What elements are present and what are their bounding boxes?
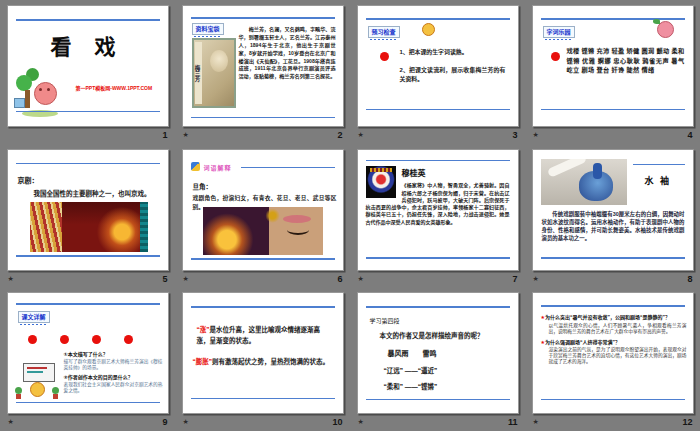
task-item-1: 1、把本课的生字词读熟。 [400,48,506,57]
transition-icon[interactable]: ★ [183,275,189,283]
divider-line [241,167,335,169]
biography-text: 梅兰芳，名澜，又名鹤鸣，字畹华、浣华，别署缀玉轩主人，艺名兰芳。江苏泰州人，18… [239,26,336,114]
slide-number: 9 [162,417,167,427]
notes-icon [191,162,200,171]
question-1: ①本文描写了什么？ [64,350,163,357]
divider-line [366,109,510,111]
slide-thumbnail-7[interactable]: 穆桂英 《杨家将》中人物，智勇双全，尤善骑射。因自招杨六郎之子杨宗保为婿，归于宋… [357,149,519,271]
divider-line [366,18,510,20]
vocabulary-list: 戏楼 铿锵 充沛 轻盈 矫健 圆润 颤动 柔和 铿锵 优雅 婀娜 忠心耿耿 鸦雀… [567,46,685,75]
slide-thumbnail-11[interactable]: 学习第四段 本文的作者又是怎样描绘声音的呢？ 暴风雨 雷鸣 “辽远” ——“逼近… [357,292,519,414]
slide-cell-7: 穆桂英 《杨家将》中人物，智勇双全，尤善骑射。因自招杨六郎之子杨宗保为婿，归于宋… [350,144,525,288]
slide-sorter-grid: 看 戏 第一PPT模板网-WWW.1PPT.COM ★ 1 资料宝袋 [0,0,700,431]
slide-thumbnail-5[interactable]: 京剧： 我国全国性的主要剧种之一，也叫京戏。 [7,149,169,271]
divider-line [541,109,685,111]
divider-line [16,163,160,165]
slide-thumbnail-6[interactable]: 词语解释 旦角： 戏剧角色，扮演妇女，有青衣、花旦、老旦、武旦等区别。 [182,149,344,271]
answer-2: 表现我们社会主义国家人民群众对京剧艺术的热爱之情。 [64,381,163,393]
question-2: ★为什么强调剧场“人挤得非常满”？ [541,338,687,345]
slide-cell-5: 京剧： 我国全国性的主要剧种之一，也叫京戏。 ★ 5 [0,144,175,288]
slide-number: 10 [332,417,342,427]
transition-icon[interactable]: ★ [533,131,539,139]
bullet-dot [380,52,389,61]
task-item-2: 2、把课文读流利，展示收集梅兰芳的有关资料。 [400,66,506,84]
bullet-dot [92,335,101,344]
section-tag: 课文详解 [18,311,50,323]
slide-thumbnail-3[interactable]: 预习检查 1、把本课的生字词读熟。 2、把课文读流利，展示收集梅兰芳的有关资料。 [357,5,519,127]
slide-cell-1: 看 戏 第一PPT模板网-WWW.1PPT.COM ★ 1 [0,0,175,144]
divider-line [366,306,510,308]
divider-line [366,160,510,162]
slide-thumbnail-8[interactable]: 水 袖 传统戏剧服装中袖端缀有30厘米左右的白绸，因舞动时状如水波纹而得名。运用… [532,149,694,271]
section-tag-pink: 词语解释 [204,163,232,172]
transition-icon[interactable]: ★ [358,275,364,283]
transition-icon[interactable]: ★ [8,275,14,283]
term-heading: 旦角： [193,181,213,191]
term-heading: 水 袖 [645,174,672,187]
keywords-line: 暴风雨 雷鸣 [388,348,437,358]
section-tag: 预习检查 [368,26,400,38]
slide-thumbnail-12[interactable]: ★为什么突出“暑气并没有收敛”，公园和剧场“是静静的”？ 以气温烘托观众的心情，… [532,292,694,414]
divider-line [191,258,335,260]
slide-cell-10: “涨”是水位升高，这里比喻观众情绪逐渐高涨，呈渐变的状态。 “膨胀”则有激荡起伏… [175,287,350,431]
slide-thumbnail-1[interactable]: 看 戏 第一PPT模板网-WWW.1PPT.COM [7,5,169,127]
slide-thumbnail-9[interactable]: 课文详解 ①本文描写了什么？ 描写了群众观看京剧艺术大师梅兰芳演出《穆桂英挂帅》… [7,292,169,414]
slide-cell-9: 课文详解 ①本文描写了什么？ 描写了群众观看京剧艺术大师梅兰芳演出《穆桂英挂帅》… [0,287,175,431]
divider-line [541,305,685,307]
section-tag: 资料宝袋 [192,23,224,35]
divider-line [191,17,335,19]
bullet-dot [28,335,37,344]
slide-cell-6: 词语解释 旦角： 戏剧角色，扮演妇女，有青衣、花旦、老旦、武旦等区别。 ★ 6 [175,144,350,288]
divider-line [16,255,160,257]
divider-line [366,257,510,259]
divider-line [541,399,685,401]
divider-line [541,257,685,259]
divider-line [366,399,510,401]
slide-number: 5 [162,274,167,284]
transition-icon[interactable]: ★ [358,418,364,426]
slide-number: 7 [512,274,517,284]
qa-block: ①本文描写了什么？ 描写了群众观看京剧艺术大师梅兰芳演出《穆桂英挂帅》的场景。 … [64,350,163,396]
divider-line [633,164,685,166]
contrast-line-2: “柔和” ——“铿锵” [384,381,438,391]
term-definition: 传统戏剧服装中袖端缀有30厘米左右的白绸，因舞动时状如水波纹而得名。运用水袖动作… [542,210,685,242]
transition-icon[interactable]: ★ [8,418,14,426]
term-definition: 我国全国性的主要剧种之一，也叫京戏。 [34,188,158,198]
slide-thumbnail-4[interactable]: 字词乐园 戏楼 铿锵 充沛 轻盈 矫健 圆润 颤动 柔和 铿锵 优雅 婀娜 忠心… [532,5,694,127]
divider-line [191,398,335,400]
slide-thumbnail-2[interactable]: 资料宝袋 梅兰芳 梅兰芳，名澜，又名鹤鸣，字畹华、浣华，别署缀玉轩主人，艺名兰芳… [182,5,344,127]
transition-icon[interactable]: ★ [533,275,539,283]
photo-caption: 梅兰芳 [195,42,202,104]
divider-line [16,402,160,404]
slide-cell-12: ★为什么突出“暑气并没有收敛”，公园和剧场“是静静的”？ 以气温烘托观众的心情，… [525,287,700,431]
divider-line [16,111,160,113]
slide-cell-8: 水 袖 传统戏剧服装中袖端缀有30厘米左右的白绸，因舞动时状如水波纹而得名。运用… [525,144,700,288]
bullet-dot [551,52,560,61]
divider-line [16,303,160,305]
section-line: 学习第四段 [370,316,400,325]
qa-block: ★为什么突出“暑气并没有收敛”，公园和剧场“是静静的”？ 以气温烘托观众的心情，… [541,313,687,368]
leaf-icon [653,19,660,24]
analysis-paragraph-1: “涨”是水位升高，这里比喻观众情绪逐渐高涨，呈渐变的状态。 [197,325,329,346]
slide-number: 11 [508,417,518,427]
slide-thumbnail-10[interactable]: “涨”是水位升高，这里比喻观众情绪逐渐高涨，呈渐变的状态。 “膨胀”则有激荡起伏… [182,292,344,414]
slide-cell-2: 资料宝袋 梅兰芳 梅兰芳，名澜，又名鹤鸣，字畹华、浣华，别署缀玉轩主人，艺名兰芳… [175,0,350,144]
transition-icon[interactable]: ★ [358,131,364,139]
slide-number: 2 [337,130,342,140]
transition-icon[interactable]: ★ [183,418,189,426]
bullet-dot [60,335,69,344]
slide-number: 12 [682,417,692,427]
question-1: ★为什么突出“暑气并没有收敛”，公园和剧场“是静静的”？ [541,313,687,320]
divider-line [191,306,335,308]
slide-number: 4 [687,130,692,140]
classroom-cartoon [14,363,60,405]
highlight-word-pengzhang: “膨胀” [193,358,213,365]
term-heading: 京剧： [18,175,39,185]
slide-cell-11: 学习第四段 本文的作者又是怎样描绘声音的呢？ 暴风雨 雷鸣 “辽远” ——“逼近… [350,287,525,431]
site-credit: 第一PPT模板网-WWW.1PPT.COM [76,84,153,91]
transition-icon[interactable]: ★ [183,131,189,139]
contrast-line-1: “辽远” ——“逼近” [384,365,438,375]
chick-cartoon-icon [422,23,435,36]
beijing-opera-image [30,202,148,252]
transition-icon[interactable]: ★ [533,418,539,426]
